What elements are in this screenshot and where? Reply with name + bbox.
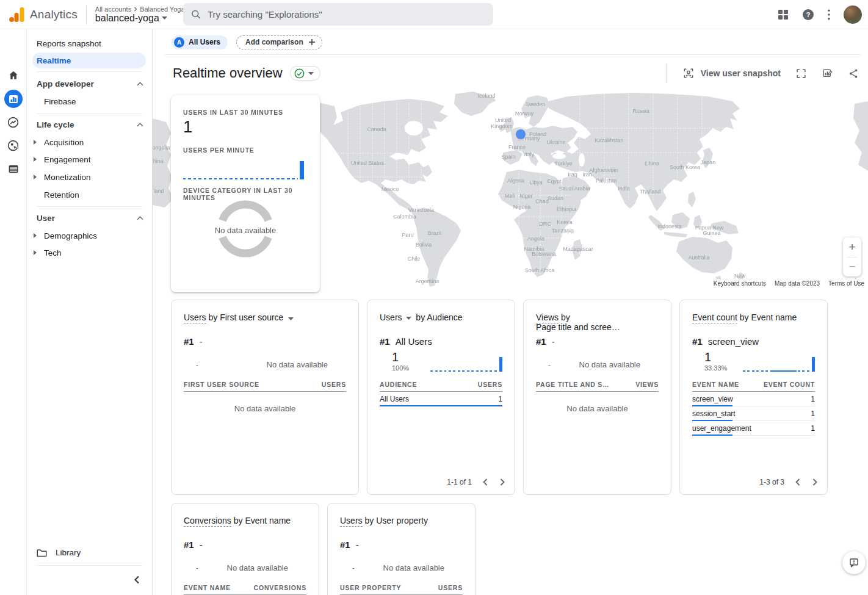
sidebar-section-app-developer[interactable]: App developer [27,76,152,92]
rank-value: - [356,539,359,550]
metric-link[interactable]: Users [340,516,363,527]
user-avatar[interactable] [844,5,862,24]
keyboard-shortcuts-link[interactable]: Keyboard shortcuts [714,280,766,287]
sidebar-item-label: Retention [44,190,79,200]
sidebar-item-retention[interactable]: Retention [27,187,152,203]
analytics-app: Analytics All accounts Balanced Yoga bal… [0,0,868,595]
explore-icon[interactable] [4,112,23,132]
sidebar-item-realtime[interactable]: Realtime [32,52,146,68]
column-header: EVENT NAME [184,584,231,591]
sidebar-item-tech[interactable]: Tech [27,245,152,261]
rank-value: All Users [396,336,432,347]
help-icon[interactable]: ? [802,9,814,21]
breadcrumb-account[interactable]: Balanced Yoga [140,5,184,13]
rank-label: #1 [692,336,703,347]
customize-report-icon[interactable] [822,68,833,79]
analytics-logo-icon[interactable] [9,7,24,23]
advertising-icon[interactable] [4,135,23,155]
expand-arrow-icon [34,140,37,145]
sidebar-item-label: Realtime [37,56,71,65]
chart-bar [300,161,304,179]
sidebar-item-reports-snapshot[interactable]: Reports snapshot [27,35,152,51]
card-title-rest: by Audience [416,312,462,322]
sidebar-item-demographics[interactable]: Demographics [27,228,152,243]
sidebar-item-monetization[interactable]: Monetization [27,169,152,185]
admin-library-icon[interactable] [4,159,23,179]
property-selector[interactable]: balanced-yoga [95,13,185,24]
map-country-label: France [508,144,526,150]
page-prev-icon[interactable] [794,478,801,486]
add-comparison-button[interactable]: Add comparison [236,35,322,49]
sidebar-item-label: Engagement [44,155,91,164]
card-views-page-title: Views by Page title and scree… #1 - - No… [523,300,671,495]
search-bar[interactable] [183,3,493,26]
all-users-chip[interactable]: A All Users [172,35,228,49]
column-header: AUDIENCE [380,381,417,388]
page-next-icon[interactable] [811,478,819,486]
column-header: USERS [438,584,463,591]
sidebar-item-engagement[interactable]: Engagement [27,151,152,167]
page-prev-icon[interactable] [482,478,489,486]
terms-of-use-link[interactable]: Terms of Use [828,280,864,287]
apps-grid-icon[interactable] [778,9,789,20]
sidebar-item-acquisition[interactable]: Acquisition [27,134,152,150]
map-zoom-out-button[interactable]: − [843,258,861,277]
sidebar-item-firebase[interactable]: Firebase [27,93,152,109]
column-header: EVENT NAME [692,381,739,388]
share-icon[interactable] [848,68,859,79]
chevron-up-icon [137,82,143,86]
pagination: 1-1 of 1 [447,478,506,486]
map-country-label: Ethiopia [557,206,577,212]
map-country-label: Kazakhstan [595,137,623,143]
dimension-caret-icon[interactable] [288,317,294,320]
breadcrumb-root[interactable]: All accounts [95,5,131,13]
home-icon[interactable] [4,65,23,85]
row-divider [692,435,815,436]
row-bar [692,420,732,421]
metric-caret-icon[interactable] [406,317,411,320]
sidebar-item-label: Demographics [44,231,97,240]
pagination-text: 1-1 of 1 [447,478,472,486]
map-country-label: Tanzania [552,228,574,234]
realtime-world-map[interactable]: ongoliaChinalandCanadaUnited StatesMexic… [153,92,868,288]
sidebar-divider [37,114,142,114]
map-country-label: Botswana [532,251,556,257]
card-title: Users by First user source [184,312,346,332]
metric-link[interactable]: Users [184,312,206,323]
plus-icon [308,38,316,46]
map-country-label: Italy [524,151,535,157]
data-quality-badge[interactable] [290,66,320,81]
rank-value: - [200,336,203,347]
map-country-label: Afghanistan [589,167,618,173]
metric-link[interactable]: Event count [692,312,737,323]
breadcrumb[interactable]: All accounts Balanced Yoga [95,5,185,13]
more-options-icon[interactable] [828,9,830,20]
map-country-label: Mali [505,193,515,199]
sidebar-item-library[interactable]: Library [27,544,152,561]
pagination: 1-3 of 3 [759,478,819,486]
collapse-sidebar-icon[interactable] [132,575,141,586]
map-country-label: Iran [582,171,592,178]
map-country-label: Indonesia [657,223,681,229]
page-next-icon[interactable] [499,478,506,486]
cards-row-1: Users by First user source #1 - - No dat… [153,300,868,495]
reports-icon[interactable] [4,89,23,109]
map-country-label: land [153,188,164,194]
map-country-label: Nigeria [513,204,531,210]
map-country-label: Brazil [428,230,442,236]
sidebar-section-user[interactable]: User [27,210,152,226]
sidebar-item-label: Monetization [44,173,91,182]
comparison-bar: A All Users Add comparison [153,29,868,55]
feedback-button[interactable] [842,551,866,574]
feedback-icon [848,557,859,568]
search-input[interactable] [208,9,486,20]
map-country-label: Guinea [703,230,720,236]
view-user-snapshot-button[interactable]: View user snapshot [682,67,781,79]
map-zoom-in-button[interactable]: + [843,237,861,257]
map-country-label: Spain [501,154,515,160]
sidebar-section-life-cycle[interactable]: Life cycle [27,117,152,132]
active-user-dot [516,129,526,139]
metric-link[interactable]: Conversions [184,516,231,527]
fullscreen-icon[interactable] [795,68,807,79]
metric-selector[interactable]: Users [380,312,402,322]
